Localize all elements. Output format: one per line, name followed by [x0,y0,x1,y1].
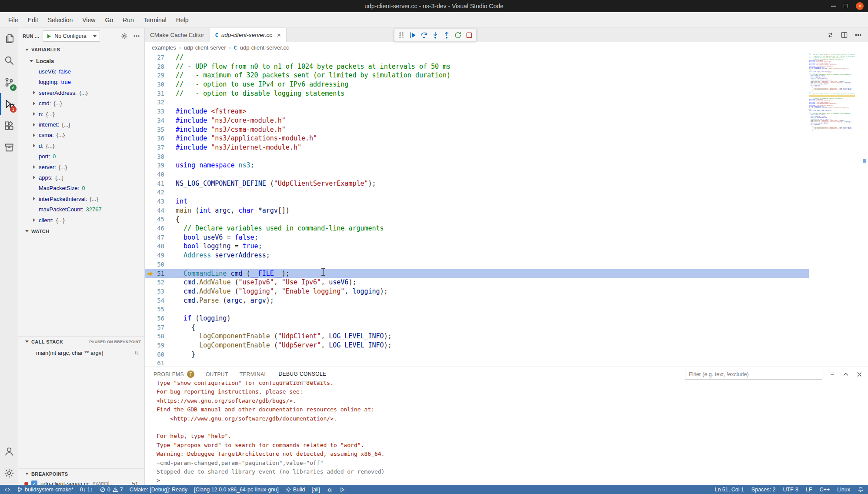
close-button[interactable]: × [856,2,864,10]
code-line[interactable]: 54 cmd.Parse (argc, argv); [145,296,809,305]
panel-tab-problems[interactable]: PROBLEMS7 [154,367,194,381]
code-line[interactable]: 45{ [145,215,809,224]
code-line[interactable]: 32 [145,98,809,107]
menu-run[interactable]: Run [118,12,139,27]
breakpoints-section-header[interactable]: BREAKPOINTS [18,468,144,479]
debug-config-select[interactable]: No Configura [43,30,100,42]
status-item[interactable]: LF [806,487,812,493]
close-tab-icon[interactable]: × [277,31,281,39]
files-activity-item[interactable] [0,28,18,50]
variable-row[interactable]: interPacketInterval:{...} [18,194,144,204]
gear-icon[interactable] [121,33,128,40]
variable-row[interactable]: n:{...} [18,109,144,119]
status-item[interactable] [327,487,333,493]
variable-row[interactable]: useV6:false [18,66,144,77]
console-input-prompt[interactable]: > [157,476,868,485]
code-line[interactable]: 60 } [145,350,809,359]
variable-row[interactable]: client:{...} [18,215,144,225]
code-line[interactable]: 35#include "ns3/csma-module.h" [145,125,809,134]
code-line[interactable]: 37#include "ns3/internet-module.h" [145,143,809,152]
code-line[interactable]: 30// - option to use IPv4 or IPv6 addres… [145,80,809,89]
status-item[interactable]: 07 [100,487,123,493]
code-line[interactable]: 58 LogComponentEnable ("UdpClient", LOG_… [145,332,809,341]
start-debug-icon[interactable] [46,33,52,39]
status-item[interactable]: 0↓ 1↑ [80,487,93,493]
menu-selection[interactable]: Selection [43,12,78,27]
code-line[interactable]: 31// - option to disable logging stateme… [145,89,809,98]
status-item[interactable]: UTF-8 [783,487,798,493]
minimap[interactable]: //// - UDP flow from n0 to n1 of 1024 by… [809,53,855,367]
code-line[interactable]: 44main (int argc, char *argv[]) [145,206,809,215]
debug-console-output[interactable]: Type "show configuration" for configurat… [145,381,868,485]
menu-terminal[interactable]: Terminal [139,12,171,27]
status-item[interactable]: [all] [311,487,320,493]
maximize-panel-icon[interactable] [842,371,849,378]
more-actions-icon[interactable] [855,31,862,39]
code-line[interactable]: 48 bool logging = true; [145,242,809,251]
archive-activity-item[interactable] [0,137,18,158]
code-editor[interactable]: 27//28// - UDP flow from n0 to n1 of 102… [145,53,809,367]
code-line[interactable]: 27// [145,53,809,62]
grip-button[interactable] [396,30,407,40]
code-line[interactable]: 41NS_LOG_COMPONENT_DEFINE ("UdpClientSer… [145,179,809,188]
extensions-activity-item[interactable] [0,115,18,137]
status-item[interactable] [339,487,345,493]
editor-tab[interactable]: Cudp-client-server.cc× [210,28,287,42]
code-line[interactable]: 47 bool useV6 = false; [145,233,809,242]
watch-section-header[interactable]: WATCH [18,226,144,236]
panel-tab-terminal[interactable]: TERMINAL [240,367,267,381]
account-activity-item[interactable] [0,441,18,462]
maximize-button[interactable] [844,4,848,8]
variable-row[interactable]: d:{...} [18,140,144,151]
variable-row[interactable]: port:0 [18,151,144,162]
variable-row[interactable]: MaxPacketSize:0 [18,183,144,194]
code-line[interactable]: 40 [145,170,809,179]
code-line[interactable]: 42 [145,188,809,197]
status-item[interactable]: C++ [819,487,830,493]
status-item[interactable]: Build [285,487,305,493]
code-line[interactable]: 52 cmd.AddValue ("useIpv6", "Use Ipv6", … [145,278,809,287]
tree-item-locals[interactable]: Locals [18,56,144,66]
code-line[interactable]: 56 if (logging) [145,314,809,323]
code-line[interactable]: 61 [145,359,809,367]
variable-row[interactable]: csma:{...} [18,130,144,140]
code-line[interactable]: 43int [145,197,809,206]
code-line[interactable]: 57 { [145,323,809,332]
variable-row[interactable]: maxPacketCount:32767 [18,204,144,214]
close-panel-icon[interactable] [856,371,863,378]
variables-section-header[interactable]: VARIABLES [18,44,144,55]
console-filter-input[interactable] [685,369,822,380]
variable-row[interactable]: apps:{...} [18,172,144,183]
source-control-activity-item[interactable]: 6 [0,71,18,93]
open-changes-icon[interactable] [827,31,834,39]
step-out-button[interactable] [441,30,452,40]
restart-button[interactable] [452,30,464,40]
code-line[interactable]: 39using namespace ns3; [145,161,809,170]
code-line[interactable]: 55 [145,305,809,314]
panel-tab-output[interactable]: OUTPUT [206,367,228,381]
status-item[interactable]: [Clang 12.0.0 x86_64-pc-linux-gnu] [194,487,279,493]
code-line[interactable]: 53 cmd.AddValue ("logging", "Enable logg… [145,287,809,296]
breadcrumb-item[interactable]: examples [152,44,176,51]
code-line[interactable]: 49 Address serverAddress; [145,251,809,260]
continue-button[interactable] [407,30,418,40]
status-item[interactable] [4,487,10,493]
stop-button[interactable] [464,30,475,40]
split-editor-icon[interactable] [841,31,848,39]
status-item[interactable] [858,487,864,493]
menu-edit[interactable]: Edit [23,12,43,27]
variable-row[interactable]: serverAddress:{...} [18,87,144,98]
call-stack-section-header[interactable]: CALL STACK PAUSED ON BREAKPOINT [18,336,144,347]
code-line[interactable]: 34#include "ns3/core-module.h" [145,116,809,125]
menu-view[interactable]: View [77,12,100,27]
run-debug-activity-item[interactable]: 1 [0,93,18,115]
settings-gear-activity-item[interactable] [0,462,18,484]
status-item[interactable]: CMake: [Debug]: Ready [130,487,187,493]
status-item[interactable]: Ln 51, Col 1 [714,487,744,493]
status-item[interactable]: buildsystem-cmake* [17,487,73,493]
more-actions-icon[interactable] [133,33,140,40]
code-line[interactable]: 38 [145,152,809,161]
filter-list-icon[interactable] [829,371,836,378]
search-activity-item[interactable] [0,50,18,71]
variable-row[interactable]: cmd:{...} [18,98,144,109]
